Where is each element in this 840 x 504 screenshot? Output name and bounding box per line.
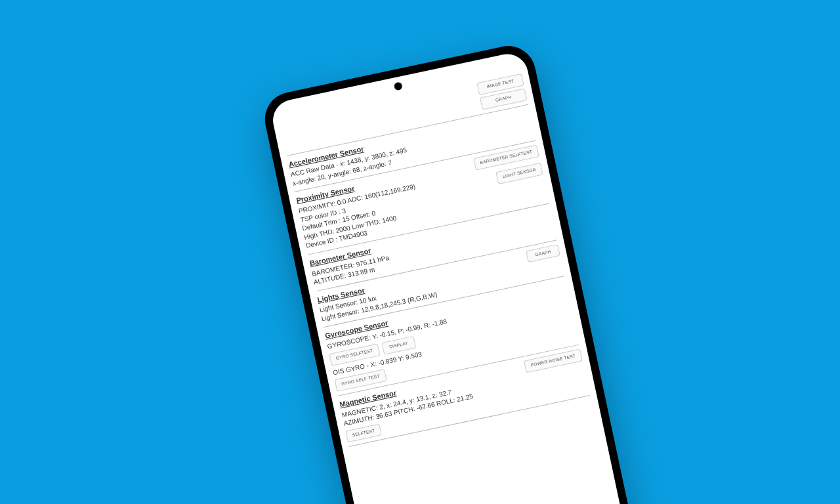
- phone-frame: IMAGE TEST GRAPH Accelerometer Sensor AC…: [260, 41, 644, 504]
- phone-screen[interactable]: IMAGE TEST GRAPH Accelerometer Sensor AC…: [269, 51, 635, 504]
- sensor-diagnostics-content: IMAGE TEST GRAPH Accelerometer Sensor AC…: [273, 68, 600, 463]
- stage: IMAGE TEST GRAPH Accelerometer Sensor AC…: [196, 0, 644, 504]
